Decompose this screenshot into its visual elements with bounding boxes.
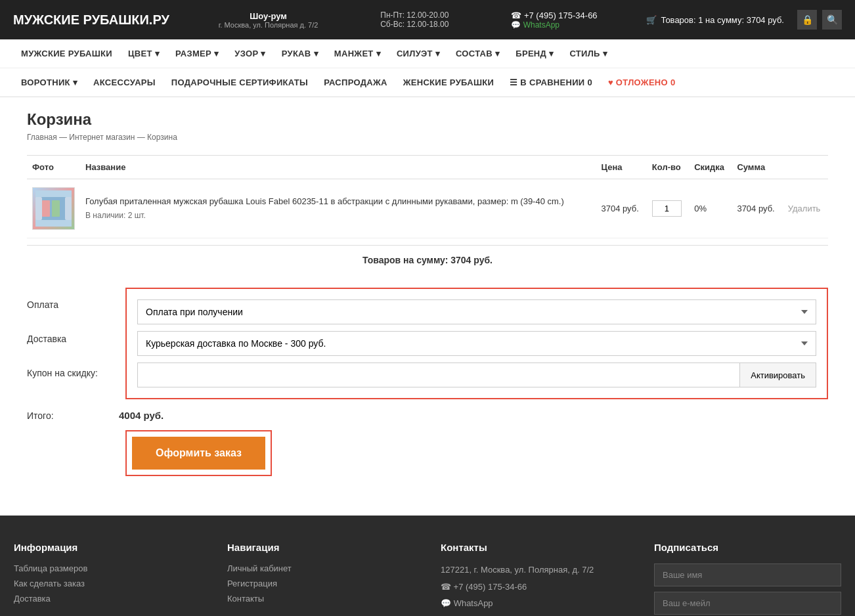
- coupon-input[interactable]: [137, 363, 739, 387]
- cart-total-row: Товаров на сумму: 3704 руб.: [27, 245, 828, 275]
- cart-summary-text: Товаров: 1 на сумму: 3704 руб.: [661, 15, 784, 25]
- svg-rect-2: [42, 200, 50, 217]
- footer-phone[interactable]: ☎ +7 (495) 175-34-66: [441, 581, 628, 594]
- footer-email[interactable]: E-mail: info@rubashki-muzhskie.ru: [441, 614, 628, 617]
- product-availability: В наличии: 2 шт.: [85, 210, 591, 221]
- col-name: Название: [80, 156, 596, 179]
- site-logo[interactable]: МУЖСКИЕ РУБАШКИ.РУ: [13, 12, 169, 28]
- product-thumbnail: [32, 187, 75, 230]
- nav-item-gift[interactable]: ПОДАРОЧНЫЕ СЕРТИФИКАТЫ: [164, 68, 316, 97]
- hours-weekend: Сб-Вс: 12.00-18.00: [380, 20, 449, 29]
- nav-item-collar[interactable]: ВОРОТНИК ▾: [13, 68, 85, 97]
- nav-item-women[interactable]: ЖЕНСКИЕ РУБАШКИ: [395, 68, 502, 97]
- chevron-down-icon: ▾: [261, 49, 265, 58]
- order-total-section: Итого: 4004 руб.: [27, 410, 828, 421]
- nav-item-sale[interactable]: РАСПРОДАЖА: [316, 68, 395, 97]
- header-contacts: ☎ +7 (495) 175-34-66 💬 WhatsApp: [511, 11, 597, 30]
- product-price: 3704 руб.: [596, 179, 647, 238]
- showroom-info: Шоу-рум г. Москва, ул. Полярная д. 7/2: [219, 11, 318, 29]
- col-qty: Кол-во: [647, 156, 689, 179]
- col-actions: [783, 156, 828, 179]
- nav-item-pattern[interactable]: УЗОР ▾: [227, 39, 273, 68]
- footer-link-sizes[interactable]: Таблица размеров: [14, 563, 201, 573]
- nav-item-sleeve[interactable]: РУКАВ ▾: [274, 39, 326, 68]
- nav-item-shirts[interactable]: МУЖСКИЕ РУБАШКИ: [13, 39, 120, 68]
- footer-link-order[interactable]: Как сделать заказ: [14, 579, 201, 588]
- svg-rect-4: [35, 197, 42, 220]
- chevron-down-icon: ▾: [495, 49, 500, 58]
- chevron-down-icon: ▾: [435, 49, 440, 58]
- footer-subscribe-title: Подписаться: [654, 542, 841, 553]
- main-content: Корзина Главная — Интернет магазин — Кор…: [14, 97, 841, 489]
- footer-link-contacts[interactable]: Контакты: [227, 594, 414, 604]
- table-row: Голубая приталенная мужская рубашка Loui…: [27, 179, 828, 238]
- footer-whatsapp[interactable]: 💬 WhatsApp: [441, 597, 628, 610]
- total-value: 4004 руб.: [119, 410, 164, 421]
- footer-info-col: Информация Таблица размеров Как сделать …: [14, 542, 201, 616]
- delivery-select[interactable]: Курьерская доставка по Москве - 300 руб.…: [137, 331, 816, 356]
- nav-item-size[interactable]: РАЗМЕР ▾: [167, 39, 227, 68]
- coupon-label: Купон на скидку:: [27, 356, 106, 390]
- nav-item-material[interactable]: СОСТАВ ▾: [448, 39, 508, 68]
- nav-item-silhouette[interactable]: СИЛУЭТ ▾: [389, 39, 448, 68]
- place-order-button[interactable]: Оформить заказ: [132, 437, 265, 470]
- chevron-down-icon: ▾: [603, 49, 607, 58]
- nav-item-style[interactable]: СТИЛЬ ▾: [561, 39, 615, 68]
- cart-icon: 🛒: [646, 15, 657, 25]
- footer-contacts-col: Контакты 127221, г. Москва, ул. Полярная…: [441, 542, 628, 616]
- coupon-row: Активировать: [137, 363, 816, 387]
- nav-item-brand[interactable]: БРЕНД ▾: [508, 39, 561, 68]
- itogo-label: Итого:: [27, 410, 106, 421]
- footer-nav-col: Навигация Личный кабинет Регистрация Кон…: [227, 542, 414, 616]
- product-qty-cell: [647, 179, 689, 238]
- chevron-down-icon: ▾: [549, 49, 554, 58]
- svg-rect-3: [52, 200, 60, 217]
- footer-nav-title: Навигация: [227, 542, 414, 553]
- subscribe-email-input[interactable]: [654, 592, 841, 615]
- product-name[interactable]: Голубая приталенная мужская рубашка Loui…: [85, 196, 591, 208]
- payment-select[interactable]: Оплата при получении Оплата картой онлай…: [137, 299, 816, 324]
- product-total: 3704 руб.: [732, 179, 782, 238]
- checkout-fields: Оплата при получении Оплата картой онлай…: [125, 288, 828, 399]
- chevron-down-icon: ▾: [214, 49, 219, 58]
- col-discount: Скидка: [689, 156, 732, 179]
- showroom-label: Шоу-рум: [250, 11, 287, 21]
- footer-address: 127221, г. Москва, ул. Полярная, д. 7/2: [441, 563, 628, 577]
- checkout-section: Оплата Доставка Купон на скидку: Оплата …: [27, 288, 828, 399]
- order-button-area: Оформить заказ: [125, 430, 828, 476]
- header-whatsapp[interactable]: 💬 WhatsApp: [511, 20, 559, 30]
- showroom-address: г. Москва, ул. Полярная д. 7/2: [219, 21, 318, 29]
- nav-item-compare[interactable]: ☰ В СРАВНЕНИИ 0: [502, 68, 600, 97]
- footer-info-title: Информация: [14, 542, 201, 553]
- col-total: Сумма: [732, 156, 782, 179]
- breadcrumb: Главная — Интернет магазин — Корзина: [27, 133, 828, 142]
- subscribe-name-input[interactable]: [654, 563, 841, 586]
- footer-link-delivery[interactable]: Доставка: [14, 594, 201, 604]
- delete-link[interactable]: Удалить: [788, 204, 821, 213]
- lock-icon-btn[interactable]: 🔒: [797, 10, 817, 30]
- order-btn-wrapper: Оформить заказ: [125, 430, 272, 476]
- nav-item-color[interactable]: ЦВЕТ ▾: [120, 39, 167, 68]
- footer-link-account[interactable]: Личный кабинет: [227, 563, 414, 573]
- search-icon-btn[interactable]: 🔍: [822, 10, 842, 30]
- delivery-label: Доставка: [27, 322, 106, 356]
- cart-summary[interactable]: 🛒 Товаров: 1 на сумму: 3704 руб.: [646, 15, 784, 25]
- cart-total-text: Товаров на сумму: 3704 руб.: [362, 255, 493, 265]
- product-image-svg: [35, 190, 72, 227]
- nav-item-accessories[interactable]: АКСЕССУАРЫ: [85, 68, 164, 97]
- col-photo: Фото: [27, 156, 80, 179]
- footer-inner: Информация Таблица размеров Как сделать …: [14, 542, 841, 616]
- qty-input[interactable]: [652, 200, 682, 217]
- col-price: Цена: [596, 156, 647, 179]
- chevron-down-icon: ▾: [314, 49, 318, 58]
- nav-item-wishlist[interactable]: ♥ ОТЛОЖЕНО 0: [600, 68, 683, 97]
- header-right: 🛒 Товаров: 1 на сумму: 3704 руб. 🔒 🔍: [646, 10, 842, 30]
- nav-row-2: ВОРОТНИК ▾ АКСЕССУАРЫ ПОДАРОЧНЫЕ СЕРТИФИ…: [0, 68, 855, 97]
- main-nav: МУЖСКИЕ РУБАШКИ ЦВЕТ ▾ РАЗМЕР ▾ УЗОР ▾ Р…: [0, 39, 855, 97]
- total-value-area: 4004 руб.: [119, 410, 164, 421]
- chevron-down-icon: ▾: [73, 77, 77, 87]
- header-phone[interactable]: ☎ +7 (495) 175-34-66: [511, 11, 597, 20]
- coupon-activate-button[interactable]: Активировать: [739, 363, 816, 387]
- footer-link-register[interactable]: Регистрация: [227, 579, 414, 588]
- nav-item-cuff[interactable]: МАНЖЕТ ▾: [326, 39, 389, 68]
